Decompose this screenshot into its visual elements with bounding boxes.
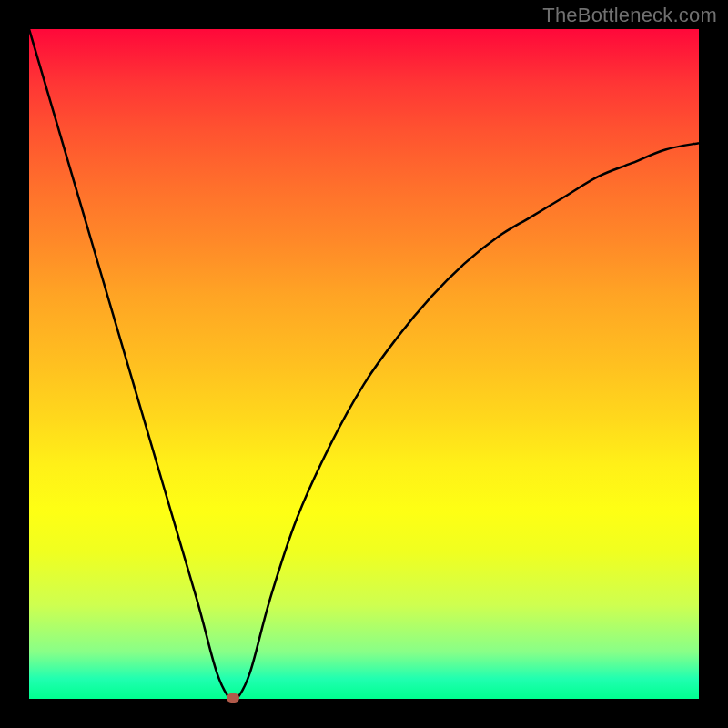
chart-plot-area [29, 29, 699, 699]
watermark-text: TheBottleneck.com [542, 4, 717, 27]
minimum-marker [227, 693, 239, 703]
curve-path [29, 29, 699, 699]
bottleneck-curve [29, 29, 699, 699]
